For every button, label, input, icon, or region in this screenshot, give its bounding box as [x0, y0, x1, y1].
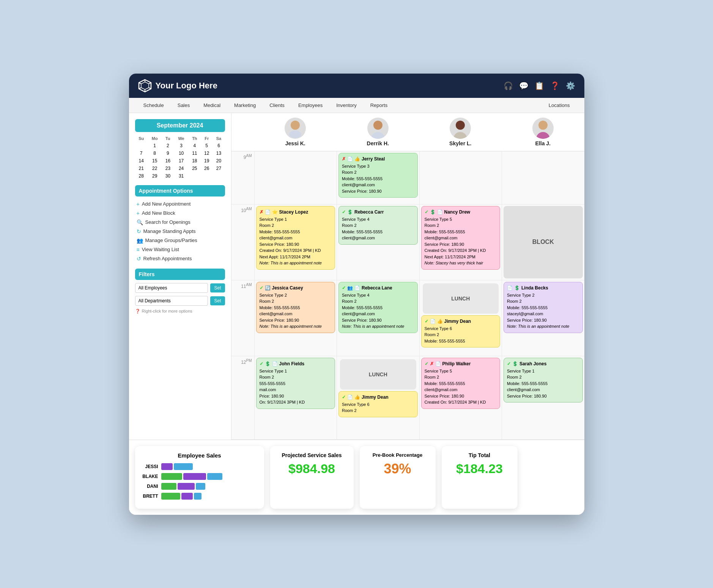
nav-reports[interactable]: Reports: [364, 98, 395, 113]
cal-date[interactable]: 21: [135, 165, 148, 172]
search-openings[interactable]: 🔍 Search for Openings: [135, 218, 225, 227]
cal-date[interactable]: 8: [148, 149, 162, 157]
cal-date[interactable]: 27: [213, 165, 225, 172]
nav-clients[interactable]: Clients: [263, 98, 291, 113]
appt-header-rebecca: ✓ 💲 Rebecca Carr: [342, 209, 414, 215]
cal-date[interactable]: 7: [135, 149, 148, 157]
cal-date[interactable]: 23: [162, 165, 174, 172]
nav-inventory[interactable]: Inventory: [329, 98, 363, 113]
tip-amount: $184.23: [448, 461, 512, 476]
appt-body-john: Service Type 1Room 2555-555-5555mail.com…: [260, 368, 332, 406]
add-new-appointment[interactable]: + Add New Appointment: [135, 200, 225, 209]
time-row-11am: 11AM ✓ 🔄 Jessica Casey Service Type 2: [231, 280, 584, 356]
cal-date[interactable]: 24: [174, 165, 189, 172]
clipboard-icon[interactable]: 📋: [535, 81, 544, 90]
manage-groups[interactable]: 👥 Manage Groups/Parties: [135, 236, 225, 245]
cal-date[interactable]: 29: [148, 172, 162, 180]
appt-john-fields[interactable]: ✓ 💲 📄 John Fields Service Type 1Room 255…: [256, 358, 335, 409]
cal-date[interactable]: 11: [189, 149, 201, 157]
time-row-9am: 9AM ✗ 📄 👍 Jerry Steal: [231, 151, 584, 204]
appt-body-nancy: Service Type 5Room 2Mobile: 555-555-5555…: [425, 216, 497, 266]
bar-brett-1: [161, 493, 180, 500]
calendar-header: September 2024: [135, 119, 225, 132]
appt-rebecca-carr[interactable]: ✓ 💲 Rebecca Carr Service Type 4Room 2Mob…: [338, 206, 418, 245]
cell-jessi-12pm: ✓ 💲 📄 John Fields Service Type 1Room 255…: [254, 356, 337, 439]
appt-philip-walker[interactable]: ✓ ✗ 📄 Philip Walker Service Type 5Room 2…: [421, 358, 501, 409]
appt-header-sarah: ✓ 💲 Sarah Jones: [507, 361, 579, 366]
appt-jessica-casey[interactable]: ✓ 🔄 Jessica Casey Service Type 2Room 2Mo…: [256, 282, 335, 333]
cal-date[interactable]: 13: [213, 149, 225, 157]
time-label-11am: 11AM: [231, 280, 254, 356]
cal-date[interactable]: 20: [213, 157, 225, 165]
department-filter-input[interactable]: [135, 296, 208, 306]
add-new-block[interactable]: + Add New Block: [135, 209, 225, 218]
badge-dollar-nancy: 💲: [430, 209, 436, 215]
svg-point-10: [291, 121, 300, 130]
settings-icon[interactable]: ⚙️: [566, 81, 575, 90]
nav-employees[interactable]: Employees: [291, 98, 329, 113]
cal-date[interactable]: 16: [162, 157, 174, 165]
bar-jessi-2: [174, 463, 193, 470]
chat-icon[interactable]: 💬: [519, 81, 529, 90]
appt-body-jimmy11: Service Type 6Room 2Mobile: 555-555-5555: [425, 325, 497, 344]
employee-col-derrik: Derrik H.: [337, 116, 419, 148]
cal-date[interactable]: 12: [201, 149, 213, 157]
employee-set-button[interactable]: Set: [210, 283, 225, 292]
cal-date[interactable]: 17: [174, 157, 189, 165]
headset-icon[interactable]: 🎧: [504, 81, 513, 90]
avatar-derrik: [367, 118, 389, 139]
cal-date[interactable]: [135, 142, 148, 149]
time-label-12pm: 12PM: [231, 356, 254, 439]
appt-rebecca-lane[interactable]: ✓ 👥 📄 Rebecca Lane Service Type 4Room 2M…: [338, 282, 418, 333]
appt-linda-becks[interactable]: 📄 💲 Linda Becks Service Type 2Room 2Mobi…: [504, 282, 583, 333]
appt-body-linda: Service Type 2Room 2Mobile: 555-555-5555…: [507, 292, 579, 330]
nav-locations[interactable]: Locations: [542, 98, 577, 113]
cal-date[interactable]: 10: [174, 149, 189, 157]
bar-dani-3: [196, 483, 205, 490]
appt-jerry-steal[interactable]: ✗ 📄 👍 Jerry Steal Service Type 3Room 2Mo…: [338, 153, 418, 198]
avatar-jessi: [285, 118, 306, 139]
appt-stacey-lopez[interactable]: ✗ 📄 ⭐ Stacey Lopez Service Type 1Room 2M…: [256, 206, 335, 270]
plus-icon: +: [137, 201, 140, 207]
cal-date[interactable]: 19: [201, 157, 213, 165]
cal-date[interactable]: 30: [162, 172, 174, 180]
appt-jimmy-dean-11[interactable]: ✓ 📄 👍 Jimmy Dean Service Type 6Room 2Mob…: [421, 315, 501, 348]
appt-jimmy-dean-12[interactable]: ✓ 📄 👍 Jimmy Dean Service Type 6Room 2: [338, 391, 418, 417]
cal-date[interactable]: 6: [213, 142, 225, 149]
nav-medical[interactable]: Medical: [197, 98, 227, 113]
cal-date[interactable]: 5: [201, 142, 213, 149]
cal-date[interactable]: 9: [162, 149, 174, 157]
cal-date[interactable]: 1: [148, 142, 162, 149]
cal-date[interactable]: 3: [174, 142, 189, 149]
help-icon[interactable]: ❓: [550, 81, 560, 90]
cal-date[interactable]: 15: [148, 157, 162, 165]
cal-date[interactable]: 4: [189, 142, 201, 149]
sales-row-dani: DANI: [141, 483, 258, 490]
cal-date[interactable]: 26: [201, 165, 213, 172]
cal-date[interactable]: 31: [174, 172, 189, 180]
nav-schedule[interactable]: Schedule: [137, 98, 171, 113]
appt-sarah-jones[interactable]: ✓ 💲 Sarah Jones Service Type 1Room 2Mobi…: [504, 358, 583, 403]
cal-date[interactable]: 14: [135, 157, 148, 165]
manage-standing-appts[interactable]: ↻ Manage Standing Appts: [135, 227, 225, 236]
refresh-label: Refresh Appointments: [143, 256, 192, 261]
cal-date[interactable]: 2: [162, 142, 174, 149]
nav-sales[interactable]: Sales: [171, 98, 197, 113]
cal-date: [201, 172, 213, 180]
nav-marketing[interactable]: Marketing: [227, 98, 263, 113]
department-set-button[interactable]: Set: [210, 296, 225, 305]
appt-options-header: Appointment Options: [135, 185, 225, 197]
add-block-label: Add New Block: [142, 210, 175, 216]
appt-body-stacey: Service Type 1Room 2Mobile: 555-555-5555…: [260, 216, 332, 266]
refresh-appointments[interactable]: ↺ Refresh Appointments: [135, 254, 225, 263]
appt-nancy-drew[interactable]: ✓ 💲 📄 Nancy Drew Service Type 5Room 2Mob…: [421, 206, 501, 270]
cal-date[interactable]: 25: [189, 165, 201, 172]
cal-date[interactable]: 22: [148, 165, 162, 172]
employee-filter-input[interactable]: [135, 283, 208, 293]
appt-body-rebecca: Service Type 4Room 2Mobile: 555-555-5555…: [342, 216, 414, 241]
cal-date[interactable]: 18: [189, 157, 201, 165]
view-waiting-list[interactable]: ≡ View Waiting List: [135, 245, 225, 254]
avatar-skyler-img: [450, 118, 471, 139]
bar-dani-1: [161, 483, 176, 490]
cal-date[interactable]: 28: [135, 172, 148, 180]
